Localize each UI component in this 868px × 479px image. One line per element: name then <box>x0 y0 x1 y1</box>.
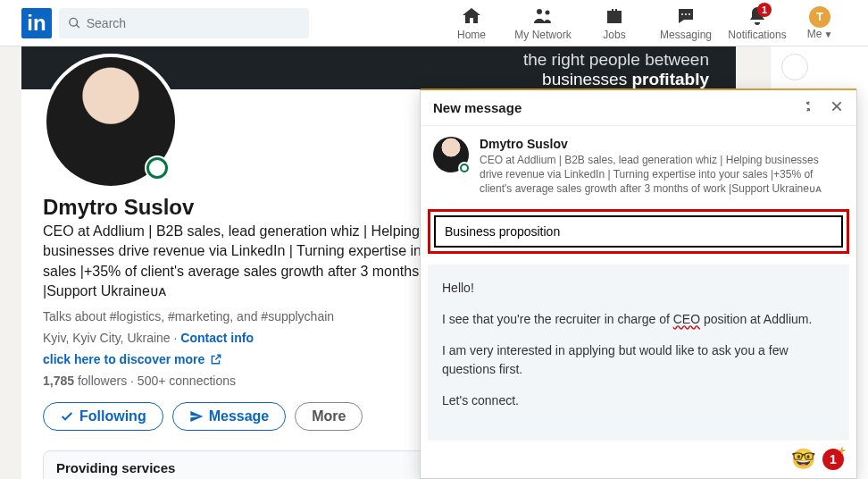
svg-point-4 <box>689 13 690 15</box>
contact-info-link[interactable]: Contact info <box>180 331 254 345</box>
recipient-name: Dmytro Suslov <box>480 137 844 151</box>
nav-notifications-label: Notifications <box>728 29 786 41</box>
nav-me[interactable]: T Me▼ <box>793 0 847 46</box>
search-input[interactable] <box>87 16 300 30</box>
nav-jobs-label: Jobs <box>603 29 625 41</box>
messaging-icon <box>675 5 697 27</box>
modal-title: New message <box>433 100 522 115</box>
nav-home-label: Home <box>457 29 486 41</box>
close-icon[interactable] <box>830 99 844 116</box>
briefcase-icon <box>604 5 625 27</box>
company-logo-small <box>781 54 808 80</box>
message-body-input[interactable]: Hello! I see that you're the recruiter i… <box>428 265 849 441</box>
main-nav: Home My Network Jobs Messaging 1 Notific… <box>436 0 847 46</box>
profile-avatar[interactable] <box>43 54 179 189</box>
message-button[interactable]: Message <box>172 402 287 431</box>
home-icon <box>461 5 482 27</box>
search-box[interactable] <box>59 8 309 38</box>
nav-jobs[interactable]: Jobs <box>579 0 650 46</box>
recipient-headline: CEO at Addlium | B2B sales, lead generat… <box>480 153 844 197</box>
linkedin-logo[interactable]: in <box>21 8 52 38</box>
modal-footer: 🤓 1 <box>421 441 856 478</box>
svg-point-3 <box>685 13 687 15</box>
network-icon <box>532 5 554 27</box>
nav-messaging[interactable]: Messaging <box>650 0 722 46</box>
body-paragraph: I am very interested in applying but wou… <box>442 341 835 379</box>
minimize-icon[interactable] <box>801 99 815 116</box>
recipient-avatar <box>433 137 469 172</box>
body-greeting: Hello! <box>442 279 835 298</box>
modal-header: New message <box>421 90 856 126</box>
body-closing: Let's connect. <box>442 391 835 410</box>
svg-point-2 <box>681 13 683 15</box>
send-icon <box>189 409 204 424</box>
check-icon <box>60 409 74 424</box>
reaction-count-badge[interactable]: 1 <box>822 449 844 470</box>
recipient-row: Dmytro Suslov CEO at Addlium | B2B sales… <box>421 126 856 206</box>
svg-point-0 <box>537 9 542 14</box>
presence-indicator <box>145 155 170 181</box>
nav-me-label: Me▼ <box>807 28 833 40</box>
nav-network[interactable]: My Network <box>507 0 579 46</box>
more-button[interactable]: More <box>295 402 363 431</box>
me-avatar: T <box>809 6 830 28</box>
presence-indicator <box>458 162 471 174</box>
nav-notifications[interactable]: 1 Notifications <box>722 0 793 46</box>
nav-network-label: My Network <box>514 29 571 41</box>
following-button[interactable]: Following <box>43 402 163 431</box>
nav-messaging-label: Messaging <box>660 29 712 41</box>
subject-highlight-box <box>428 209 849 254</box>
global-header: in Home My Network Jobs Messaging 1 Noti… <box>0 0 868 46</box>
search-icon <box>68 16 81 30</box>
notification-badge: 1 <box>757 3 772 17</box>
nav-home[interactable]: Home <box>436 0 507 46</box>
subject-input[interactable] <box>434 215 843 248</box>
external-link-icon <box>210 353 222 366</box>
new-message-modal: New message Dmytro Suslov CEO at Addlium… <box>420 89 857 479</box>
svg-point-1 <box>546 10 550 14</box>
emoji-icon[interactable]: 🤓 <box>791 448 815 471</box>
banner-line2: businesses profitably <box>523 70 709 89</box>
body-paragraph: I see that you're the recruiter in charg… <box>442 310 835 329</box>
profile-headline: CEO at Addlium | B2B sales, lead generat… <box>43 222 472 302</box>
chevron-down-icon: ▼ <box>823 29 832 39</box>
banner-line1: the right people between <box>523 50 709 70</box>
